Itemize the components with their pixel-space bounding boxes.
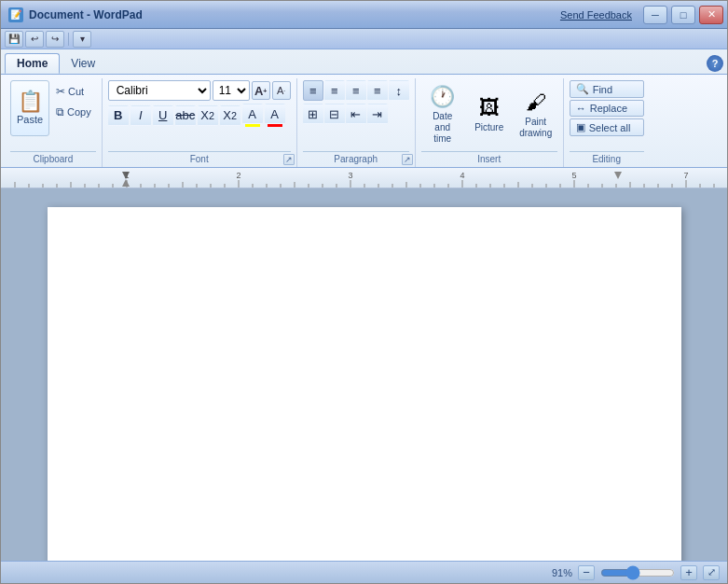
send-feedback-link[interactable]: Send Feedback <box>560 9 632 21</box>
find-label: Find <box>593 84 612 95</box>
bullets-button[interactable]: ⊞ <box>303 104 323 124</box>
font-content: Calibri 11 A+ A- B I U abc X2 <box>108 80 291 151</box>
align-right-button[interactable]: ≡ <box>346 80 366 101</box>
paint-drawing-button[interactable]: 🖌 Paintdrawing <box>515 86 557 144</box>
picture-button[interactable]: 🖼 Picture <box>468 87 511 143</box>
clipboard-label: Clipboard <box>10 151 96 167</box>
font-face-select[interactable]: Calibri <box>108 80 211 101</box>
underline-button[interactable]: U <box>153 105 173 126</box>
svg-text:1: 1 <box>124 171 129 180</box>
maximize-button[interactable]: □ <box>671 6 695 24</box>
cut-icon: ✂ <box>56 85 65 98</box>
paragraph-label: Paragraph <box>303 151 409 167</box>
paint-icon: 🖌 <box>526 90 546 115</box>
zoom-slider[interactable] <box>600 566 675 579</box>
quick-access-toolbar: 💾 ↩ ↪ ▾ <box>1 29 727 49</box>
font-size-select[interactable]: 11 <box>213 80 250 101</box>
copy-button[interactable]: ⧉ Copy <box>51 103 96 121</box>
zoom-in-button[interactable]: + <box>680 565 697 580</box>
picture-label: Picture <box>474 122 503 133</box>
strikethrough-button[interactable]: abc <box>175 105 196 126</box>
editing-content: 🔍 Find ↔ Replace ▣ Select all <box>570 80 644 151</box>
tab-view[interactable]: View <box>60 53 106 74</box>
app-window: 📝 Document - WordPad Send Feedback ─ □ ✕… <box>0 0 728 584</box>
title-bar: 📝 Document - WordPad Send Feedback ─ □ ✕ <box>1 1 727 29</box>
line-spacing-button[interactable]: ↕ <box>389 80 409 101</box>
font-group: Calibri 11 A+ A- B I U abc X2 <box>103 78 297 167</box>
cut-button[interactable]: ✂ Cut <box>51 82 96 101</box>
clipboard-small-buttons: ✂ Cut ⧉ Copy <box>51 80 96 121</box>
svg-text:7: 7 <box>683 171 688 180</box>
replace-icon: ↔ <box>576 103 586 114</box>
italic-button[interactable]: I <box>130 105 151 126</box>
increase-indent-button[interactable]: ⇥ <box>367 104 388 124</box>
cut-label: Cut <box>68 86 84 97</box>
editing-group: 🔍 Find ↔ Replace ▣ Select all Editing <box>564 78 650 167</box>
insert-group: 🕐 Date andtime 🖼 Picture 🖌 Paintdrawing … <box>416 78 564 167</box>
close-button[interactable]: ✕ <box>699 6 723 24</box>
paste-button[interactable]: 📋 Paste <box>10 80 49 136</box>
select-all-label: Select all <box>589 122 631 133</box>
align-center-button[interactable]: ≡ <box>324 80 345 101</box>
copy-label: Copy <box>67 106 91 118</box>
replace-button[interactable]: ↔ Replace <box>570 100 644 117</box>
document-area <box>1 188 727 561</box>
paragraph-group: ≡ ≡ ≡ ≡ ↕ ⊞ ⊟ ⇤ ⇥ Paragraph ↗ <box>297 78 416 167</box>
tab-home[interactable]: Home <box>5 53 60 74</box>
paragraph-content: ≡ ≡ ≡ ≡ ↕ ⊞ ⊟ ⇤ ⇥ <box>303 80 409 151</box>
font-expand-button[interactable]: ↗ <box>283 154 295 165</box>
paste-label: Paste <box>17 114 43 125</box>
copy-icon: ⧉ <box>56 105 64 118</box>
insert-label: Insert <box>421 151 557 167</box>
title-bar-right: Send Feedback ─ □ ✕ <box>560 6 723 24</box>
svg-text:3: 3 <box>348 171 352 180</box>
title-bar-left: 📝 Document - WordPad <box>8 7 143 22</box>
font-color-button[interactable]: A <box>265 104 285 124</box>
paste-icon: 📋 <box>18 91 43 112</box>
clipboard-content: 📋 Paste ✂ Cut ⧉ Copy <box>10 80 96 151</box>
picture-icon: 🖼 <box>479 96 500 120</box>
datetime-button[interactable]: 🕐 Date andtime <box>421 80 464 149</box>
align-justify-button[interactable]: ≡ <box>367 80 388 101</box>
decrease-indent-button[interactable]: ⇤ <box>346 104 366 124</box>
zoom-out-button[interactable]: − <box>578 565 595 580</box>
numbering-button[interactable]: ⊟ <box>324 104 345 124</box>
window-title: Document - WordPad <box>29 8 143 21</box>
font-shrink-button[interactable]: A- <box>272 81 291 100</box>
datetime-label: Date andtime <box>424 111 461 145</box>
qa-separator <box>68 33 69 46</box>
para-row-1: ≡ ≡ ≡ ≡ ↕ <box>303 80 409 101</box>
font-row-1: Calibri 11 A+ A- <box>108 80 291 101</box>
find-icon: 🔍 <box>576 83 589 95</box>
save-quick-btn[interactable]: 💾 <box>5 31 23 48</box>
para-row-2: ⊞ ⊟ ⇤ ⇥ <box>303 104 388 124</box>
minimize-button[interactable]: ─ <box>643 6 667 24</box>
svg-text:5: 5 <box>571 171 576 180</box>
app-icon: 📝 <box>8 7 23 22</box>
svg-text:2: 2 <box>236 171 240 180</box>
ribbon-tabs: Home View ? <box>1 49 727 74</box>
dropdown-quick-btn[interactable]: ▾ <box>73 31 91 48</box>
help-button[interactable]: ? <box>707 55 723 72</box>
highlight-wrap: A <box>242 104 263 127</box>
undo-quick-btn[interactable]: ↩ <box>25 31 44 48</box>
ribbon-content: 📋 Paste ✂ Cut ⧉ Copy Clipboar <box>1 74 727 167</box>
ruler-svg: 1 2 3 4 5 7 <box>1 168 727 188</box>
insert-content: 🕐 Date andtime 🖼 Picture 🖌 Paintdrawing <box>421 80 557 151</box>
align-left-button[interactable]: ≡ <box>303 80 323 101</box>
select-all-button[interactable]: ▣ Select all <box>570 118 644 136</box>
highlight-button[interactable]: A <box>242 104 263 124</box>
expand-view-button[interactable]: ⤢ <box>703 565 720 580</box>
superscript-button[interactable]: X2 <box>220 105 240 126</box>
editing-label: Editing <box>570 151 644 167</box>
subscript-button[interactable]: X2 <box>198 105 218 126</box>
paragraph-expand-button[interactable]: ↗ <box>402 154 413 165</box>
paint-label: Paintdrawing <box>519 117 552 139</box>
document-page[interactable] <box>48 207 681 561</box>
font-color-wrap: A <box>265 104 285 127</box>
font-grow-button[interactable]: A+ <box>252 81 270 100</box>
bold-button[interactable]: B <box>108 105 129 126</box>
redo-quick-btn[interactable]: ↪ <box>46 31 64 48</box>
find-button[interactable]: 🔍 Find <box>570 80 644 98</box>
svg-text:4: 4 <box>460 171 464 180</box>
